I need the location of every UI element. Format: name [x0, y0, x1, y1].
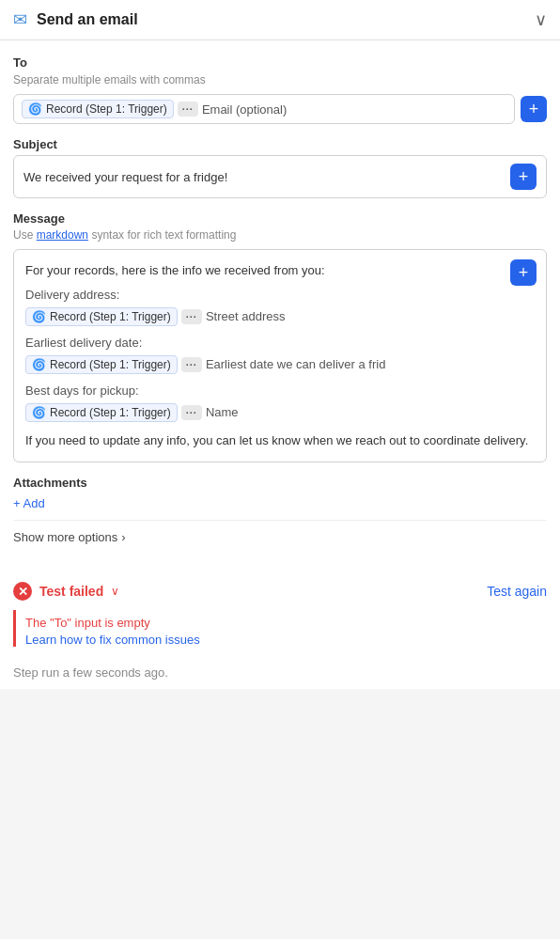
- delivery-tag-icon: 🌀: [32, 310, 46, 323]
- step-ran-text: Step run a few seconds ago.: [0, 656, 560, 689]
- email-icon: ✉: [13, 9, 27, 30]
- to-tag-label: Record (Step 1: Trigger): [46, 102, 167, 116]
- add-attachment-link[interactable]: + Add: [13, 496, 45, 510]
- earliest-tag-label: Record (Step 1: Trigger): [50, 358, 171, 371]
- main-content: To Separate multiple emails with commas …: [0, 40, 560, 569]
- show-more-row[interactable]: Show more options ›: [13, 520, 547, 554]
- pickup-label: Best days for pickup:: [25, 383, 535, 398]
- earliest-dots-button[interactable]: ···: [181, 357, 202, 372]
- message-box: + For your records, here is the info we …: [13, 249, 547, 462]
- markdown-link[interactable]: markdown: [37, 228, 88, 242]
- show-more-label: Show more options: [13, 530, 117, 544]
- earliest-field-row: 🌀 Record (Step 1: Trigger) ··· Earliest …: [25, 355, 535, 374]
- delivery-record-tag[interactable]: 🌀 Record (Step 1: Trigger): [25, 307, 178, 326]
- message-intro: For your records, here is the info we re…: [25, 261, 535, 280]
- subject-add-button[interactable]: +: [510, 164, 537, 190]
- to-hint: Separate multiple emails with commas: [13, 73, 547, 86]
- pickup-field-row: 🌀 Record (Step 1: Trigger) ··· Name: [25, 403, 535, 422]
- to-label: To: [13, 55, 547, 70]
- error-detail-container: The "To" input is empty Learn how to fix…: [0, 606, 560, 656]
- to-email-placeholder: Email (optional): [202, 102, 287, 117]
- attachments-section: Attachments + Add: [13, 476, 547, 510]
- to-field-row: 🌀 Record (Step 1: Trigger) ··· Email (op…: [13, 94, 547, 124]
- error-circle-icon: ✕: [13, 582, 32, 601]
- to-record-tag[interactable]: 🌀 Record (Step 1: Trigger): [22, 100, 174, 118]
- pickup-dots-button[interactable]: ···: [181, 405, 202, 420]
- subject-section: Subject We received your request for a f…: [13, 137, 547, 198]
- page-title: Send an email: [37, 11, 138, 28]
- delivery-label: Delivery address:: [25, 288, 535, 302]
- to-section: To Separate multiple emails with commas …: [13, 55, 547, 124]
- delivery-field-text: Street address: [206, 309, 286, 323]
- show-more-arrow-icon: ›: [121, 530, 125, 544]
- delivery-dots-button[interactable]: ···: [181, 309, 202, 324]
- earliest-label: Earliest delivery date:: [25, 336, 535, 350]
- earliest-tag-icon: 🌀: [32, 358, 46, 371]
- subject-value[interactable]: We received your request for a fridge!: [23, 170, 505, 184]
- test-failed-label: Test failed: [39, 584, 103, 599]
- send-email-header: ✉ Send an email ∨: [0, 0, 560, 40]
- collapse-icon[interactable]: ∨: [535, 9, 547, 30]
- header-left: ✉ Send an email: [13, 9, 138, 30]
- error-title: The "To" input is empty: [25, 610, 547, 632]
- to-field-wrap: 🌀 Record (Step 1: Trigger) ··· Email (op…: [13, 94, 515, 124]
- attachments-label: Attachments: [13, 476, 547, 490]
- to-add-button[interactable]: +: [521, 96, 547, 122]
- learn-link[interactable]: Learn how to fix common issues: [25, 633, 200, 647]
- pickup-tag-icon: 🌀: [32, 406, 46, 419]
- subject-label: Subject: [13, 137, 547, 151]
- test-failed-left: ✕ Test failed ∨: [13, 582, 119, 601]
- test-again-button[interactable]: Test again: [487, 584, 547, 599]
- pickup-tag-label: Record (Step 1: Trigger): [50, 406, 171, 419]
- message-hint-prefix: Use: [13, 228, 37, 242]
- test-status-bar: ✕ Test failed ∨ Test again: [0, 569, 560, 606]
- tag-emoji: 🌀: [28, 102, 42, 116]
- message-closing: If you need to update any info, you can …: [25, 431, 535, 451]
- message-hint: Use markdown syntax for rich text format…: [13, 228, 547, 242]
- message-add-button[interactable]: +: [510, 259, 537, 286]
- subject-field-wrap: We received your request for a fridge! +: [13, 155, 547, 198]
- pickup-field-text: Name: [206, 405, 239, 419]
- test-chevron-icon[interactable]: ∨: [111, 585, 119, 598]
- to-dots-button[interactable]: ···: [178, 102, 198, 117]
- message-section: Message Use markdown syntax for rich tex…: [13, 211, 547, 462]
- message-label: Message: [13, 211, 547, 226]
- error-detail-box: The "To" input is empty Learn how to fix…: [13, 610, 547, 647]
- message-hint-suffix: syntax for rich text formatting: [88, 228, 236, 242]
- pickup-record-tag[interactable]: 🌀 Record (Step 1: Trigger): [25, 403, 178, 422]
- earliest-field-text: Earliest date we can deliver a frid: [206, 357, 385, 371]
- delivery-tag-label: Record (Step 1: Trigger): [50, 310, 171, 323]
- delivery-field-row: 🌀 Record (Step 1: Trigger) ··· Street ad…: [25, 307, 535, 326]
- earliest-record-tag[interactable]: 🌀 Record (Step 1: Trigger): [25, 355, 178, 374]
